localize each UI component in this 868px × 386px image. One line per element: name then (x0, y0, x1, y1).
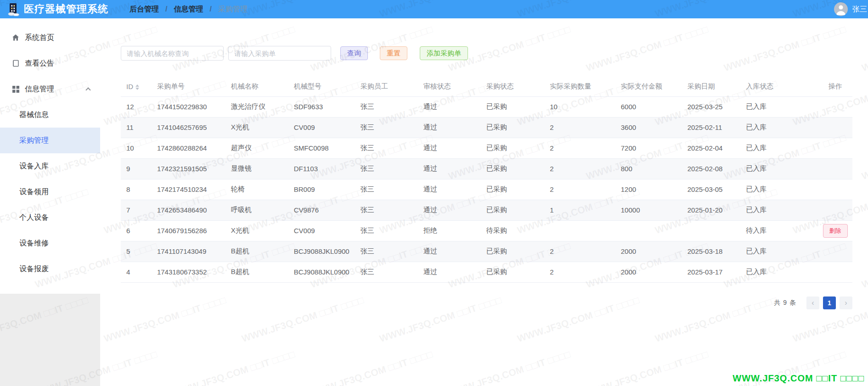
cell-qty: 2 (544, 241, 615, 262)
cell-qty (544, 220, 615, 241)
cell-id: 6 (121, 220, 152, 241)
cell-model: BCJ9088JKL0900 (288, 241, 355, 262)
sidebar-menu: 系统首页 查看公告 (0, 18, 100, 294)
table-row: 101742860288264超声仪SMFC0098张三通过已采购2720020… (121, 138, 852, 158)
purchase-order-search-input[interactable] (228, 46, 331, 61)
cell-employee: 张三 (355, 117, 418, 138)
cell-action (818, 158, 852, 179)
cell-name: 激光治疗仪 (225, 96, 288, 117)
cell-action (818, 241, 852, 262)
delete-button[interactable]: 删除 (823, 224, 848, 238)
cell-amount (615, 220, 682, 241)
breadcrumb-item-info[interactable]: 信息管理 (174, 5, 203, 14)
machine-name-search-input[interactable] (121, 46, 224, 61)
add-purchase-order-button[interactable]: 添加采购单 (420, 46, 468, 60)
column-header-employee: 采购员工 (355, 77, 418, 96)
table-row: 121744150229830激光治疗仪SDF9633张三通过已采购106000… (121, 96, 852, 117)
pagination-page-1[interactable]: 1 (823, 296, 836, 309)
app-header: 医疗器械管理系统 后台管理 / 信息管理 / 采购管理 张三 (0, 0, 868, 18)
column-header-order_no: 采购单号 (152, 77, 225, 96)
cell-order_no: 1741046257695 (152, 117, 225, 138)
pagination-next-button[interactable]: › (840, 296, 852, 309)
column-header-model: 机械型号 (288, 77, 355, 96)
cell-date: 2025-03-18 (682, 241, 740, 262)
cell-purchase: 已采购 (481, 138, 545, 158)
cell-id: 8 (121, 179, 152, 200)
sidebar-item-device-requisition[interactable]: 设备领用 (0, 179, 100, 205)
cell-id: 5 (121, 241, 152, 262)
cell-date: 2025-01-20 (682, 200, 740, 220)
sidebar: 系统首页 查看公告 (0, 18, 100, 386)
sidebar-item-device-repair[interactable]: 设备维修 (0, 230, 100, 256)
column-header-id[interactable]: ID (121, 77, 152, 96)
breadcrumb-separator: / (165, 5, 167, 13)
cell-purchase: 已采购 (481, 179, 545, 200)
grid-icon (11, 84, 20, 94)
cell-id: 11 (121, 117, 152, 138)
main-content: 查询 重置 添加采购单 ID采购单号机械名称机械型号采购员工审核状态采购状态实际… (100, 18, 868, 386)
cell-model: BR009 (288, 179, 355, 200)
cell-order_no: 1742174510234 (152, 179, 225, 200)
cell-model: CV9876 (288, 200, 355, 220)
sort-caret-icon[interactable] (135, 84, 139, 90)
pagination-prev-button[interactable]: ‹ (806, 296, 819, 309)
table-row: 91742321591505显微镜DF1103张三通过已采购28002025-0… (121, 158, 852, 179)
cell-model: SDF9633 (288, 96, 355, 117)
chevron-up-icon[interactable] (85, 87, 90, 92)
breadcrumb-item-admin[interactable]: 后台管理 (130, 5, 159, 14)
cell-stock: 待入库 (740, 220, 818, 241)
cell-amount: 2000 (615, 241, 682, 262)
sidebar-item-device-scrap[interactable]: 设备报废 (0, 256, 100, 282)
cell-order_no: 1742860288264 (152, 138, 225, 158)
cell-order_no: 1742653486490 (152, 200, 225, 220)
sidebar-item-label: 系统首页 (25, 33, 54, 43)
user-avatar[interactable] (834, 2, 848, 16)
cell-action (818, 96, 852, 117)
reset-button[interactable]: 重置 (380, 46, 407, 60)
cell-amount: 10000 (615, 200, 682, 220)
sidebar-item-home[interactable]: 系统首页 (0, 25, 100, 50)
cell-amount: 6000 (615, 96, 682, 117)
cell-stock: 已入库 (740, 241, 818, 262)
cell-id: 12 (121, 96, 152, 117)
cell-action (818, 262, 852, 282)
cell-employee: 张三 (355, 200, 418, 220)
breadcrumb-item-purchase: 采购管理 (218, 5, 248, 14)
sidebar-item-announcements[interactable]: 查看公告 (0, 50, 100, 76)
sidebar-item-info-management[interactable]: 信息管理 (0, 76, 100, 102)
cell-stock: 已入库 (740, 158, 818, 179)
cell-audit: 通过 (418, 200, 481, 220)
cell-model: CV009 (288, 117, 355, 138)
sidebar-item-purchase-management[interactable]: 采购管理 (0, 128, 100, 153)
cell-audit: 通过 (418, 138, 481, 158)
query-button[interactable]: 查询 (340, 46, 368, 60)
sidebar-item-device-inbound[interactable]: 设备入库 (0, 153, 100, 179)
cell-employee: 张三 (355, 138, 418, 158)
cell-name: 轮椅 (225, 179, 288, 200)
sidebar-item-device-info[interactable]: 器械信息 (0, 102, 100, 128)
sidebar-item-personal-device[interactable]: 个人设备 (0, 205, 100, 230)
cell-order_no: 1744150229830 (152, 96, 225, 117)
cell-employee: 张三 (355, 179, 418, 200)
home-icon (11, 33, 20, 42)
cell-id: 9 (121, 158, 152, 179)
cell-stock: 已入库 (740, 138, 818, 158)
pagination: 共 9 条 ‹ 1 › (121, 296, 852, 309)
cell-date: 2025-02-11 (682, 117, 740, 138)
cell-purchase: 已采购 (481, 262, 545, 282)
cell-audit: 通过 (418, 117, 481, 138)
cell-order_no: 1742321591505 (152, 158, 225, 179)
cell-qty: 2 (544, 117, 615, 138)
user-name[interactable]: 张三 (852, 5, 867, 14)
cell-audit: 通过 (418, 262, 481, 282)
column-header-action: 操作 (818, 77, 852, 96)
column-header-amount: 实际支付金额 (615, 77, 682, 96)
cell-employee: 张三 (355, 158, 418, 179)
cell-purchase: 已采购 (481, 158, 545, 179)
column-header-stock: 入库状态 (740, 77, 818, 96)
sidebar-submenu: 器械信息采购管理设备入库设备领用个人设备设备维修设备报废 (0, 102, 100, 282)
cell-name: 超声仪 (225, 138, 288, 158)
cell-stock: 已入库 (740, 200, 818, 220)
column-header-name: 机械名称 (225, 77, 288, 96)
cell-name: 呼吸机 (225, 200, 288, 220)
